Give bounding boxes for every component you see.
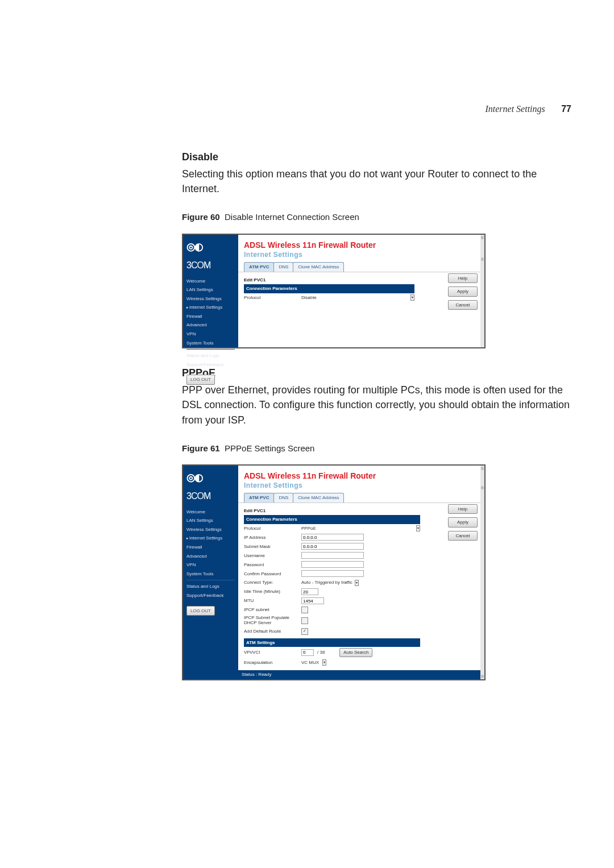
nav-welcome[interactable]: Welcome [183, 508, 238, 517]
edit-pvc-title: Edit PVC1 [244, 506, 420, 516]
connect-type-dropdown[interactable]: ▾ [355, 580, 359, 586]
nav-advanced[interactable]: Advanced [183, 321, 238, 330]
nav-wireless[interactable]: Wireless Settings [183, 525, 238, 534]
nav-system[interactable]: System Tools [183, 570, 238, 579]
row-confirm-password: Confirm Password [244, 569, 420, 578]
nav-status[interactable]: Status and Logs [183, 351, 238, 360]
figure61-caption-text: PPPoE Settings Screen [225, 443, 314, 453]
confirm-password-input[interactable] [301, 570, 364, 577]
nav-lan[interactable]: LAN Settings [183, 285, 238, 294]
help-button[interactable]: Help [448, 273, 478, 284]
encapsulation-dropdown[interactable]: ▾ [322, 659, 326, 666]
nav-firewall[interactable]: Firewall [183, 543, 238, 552]
cancel-button[interactable]: Cancel [448, 300, 478, 310]
connect-type-value: Auto - Triggered by traffic [301, 579, 352, 586]
logout-button[interactable]: LOG OUT [186, 375, 215, 385]
brand-text: 3COM [183, 489, 238, 502]
logout-button[interactable]: LOG OUT [186, 606, 215, 616]
row-encapsulation: Encapsulation VC MUX ▾ [244, 658, 420, 667]
row-ipcp-populate: IPCP Subnet Populate DHCP Server [244, 614, 420, 627]
tab-dns[interactable]: DNS [273, 262, 293, 272]
section-subtitle: Internet Settings [244, 250, 479, 260]
figure60-caption: Figure 60 Disable Internet Connection Sc… [182, 211, 571, 223]
label-idle: Idle Time (Minute) [244, 588, 298, 595]
page-header: Internet Settings 77 [182, 102, 571, 115]
figure60-screenshot: ◎◐ 3COM Welcome LAN Settings Wireless Se… [182, 234, 486, 348]
text-pppoe: PPP over Ethernet, provides routing for … [182, 383, 571, 427]
cancel-button[interactable]: Cancel [448, 531, 478, 541]
figure61-caption: Figure 61 PPPoE Settings Screen [182, 442, 571, 455]
row-ipcp: IPCP subnet [244, 605, 420, 614]
product-title: ADSL Wireless 11n Firewall Router [244, 470, 479, 481]
label-subnet: Subnet Mask [244, 543, 298, 550]
brand-text: 3COM [183, 259, 238, 272]
nav-wireless[interactable]: Wireless Settings [183, 294, 238, 304]
nav-advanced[interactable]: Advanced [183, 552, 238, 561]
vpi-input[interactable] [301, 649, 314, 656]
tab-atm-pvc[interactable]: ATM PVC [244, 493, 274, 502]
nav-vpn[interactable]: VPN [183, 560, 238, 570]
brand-logo: ◎◐ [183, 470, 238, 489]
subnet-input[interactable] [301, 543, 364, 550]
idle-input[interactable] [301, 588, 318, 595]
tab-atm-pvc[interactable]: ATM PVC [244, 262, 274, 272]
nav-status[interactable]: Status and Logs [183, 582, 238, 591]
conn-params-header: Connection Parameters [244, 515, 420, 524]
section-subtitle: Internet Settings [244, 481, 479, 491]
nav-firewall[interactable]: Firewall [183, 312, 238, 321]
row-idle: Idle Time (Minute) [244, 587, 420, 596]
mtu-input[interactable] [301, 597, 324, 604]
help-button[interactable]: Help [448, 504, 478, 514]
label-ipcp-populate: IPCP Subnet Populate DHCP Server [244, 616, 298, 626]
label-ipcp: IPCP subnet [244, 607, 298, 613]
apply-button[interactable]: Apply [448, 286, 478, 297]
main-panel: ADSL Wireless 11n Firewall Router Intern… [238, 466, 484, 679]
status-bar: Status : Ready [238, 670, 484, 679]
ipcp-checkbox[interactable] [301, 607, 308, 613]
protocol-dropdown[interactable]: ▾ [410, 294, 414, 301]
apply-button[interactable]: Apply [448, 517, 478, 528]
row-mtu: MTU [244, 596, 420, 605]
heading-disable: Disable [182, 149, 571, 164]
nav-support[interactable]: Support/Feedback [183, 360, 238, 369]
logo-icon: ◎◐ [186, 239, 202, 254]
figure61-label: Figure 61 [182, 443, 220, 453]
nav-system[interactable]: System Tools [183, 339, 238, 348]
ip-input[interactable] [301, 534, 364, 541]
product-title: ADSL Wireless 11n Firewall Router [244, 239, 479, 251]
label-mtu: MTU [244, 597, 298, 604]
label-default-route: Add Default Route [244, 628, 298, 635]
auto-search-button[interactable]: Auto Search [339, 648, 372, 657]
heading-pppoe: PPPoE [182, 366, 571, 380]
username-input[interactable] [301, 552, 364, 559]
label-password: Password [244, 562, 298, 568]
label-vpi-vci: VPI/VCI [244, 649, 298, 656]
password-input[interactable] [301, 561, 364, 568]
row-protocol: Protocol PPPoE ▾ [244, 524, 420, 533]
protocol-dropdown[interactable]: ▾ [416, 525, 420, 531]
sidebar: ◎◐ 3COM Welcome LAN Settings Wireless Se… [183, 235, 238, 347]
nav-vpn[interactable]: VPN [183, 330, 238, 339]
running-title: Internet Settings [485, 104, 545, 114]
nav-support[interactable]: Support/Feedback [183, 591, 238, 600]
encapsulation-value: VC MUX [301, 659, 319, 666]
nav-welcome[interactable]: Welcome [183, 277, 238, 286]
row-ip: IP Address [244, 533, 420, 542]
row-connect-type: Connect Type: Auto - Triggered by traffi… [244, 578, 420, 587]
logo-icon: ◎◐ [186, 470, 202, 485]
nav-lan[interactable]: LAN Settings [183, 516, 238, 525]
tab-dns[interactable]: DNS [273, 493, 293, 502]
figure60-label: Figure 60 [182, 212, 220, 222]
protocol-value: PPPoE [301, 525, 316, 532]
row-vpi-vci: VPI/VCI / 38 Auto Search [244, 647, 420, 658]
nav-internet[interactable]: Internet Settings [183, 534, 238, 543]
label-protocol: Protocol [244, 525, 298, 532]
row-username: Username [244, 551, 420, 560]
tab-clone-mac[interactable]: Clone MAC Address [293, 262, 344, 272]
ipcp-populate-checkbox[interactable] [301, 617, 308, 624]
default-route-checkbox[interactable]: ✓ [301, 628, 308, 635]
tab-clone-mac[interactable]: Clone MAC Address [293, 493, 344, 502]
row-default-route: Add Default Route ✓ [244, 627, 420, 636]
label-connect-type: Connect Type: [244, 579, 298, 586]
nav-internet[interactable]: Internet Settings [183, 303, 238, 312]
